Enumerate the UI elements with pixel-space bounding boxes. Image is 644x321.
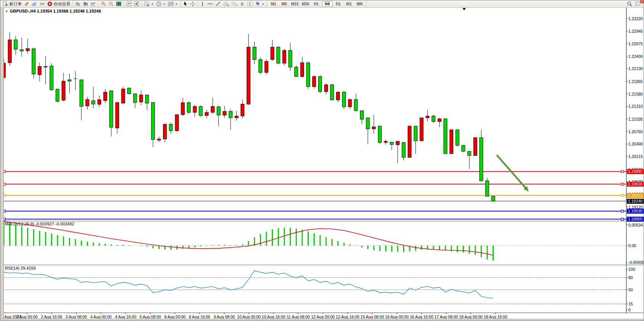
candle-body: [336, 92, 340, 100]
timeframe-w1-button[interactable]: W1: [344, 2, 354, 6]
autotrading-label: 自动交易: [54, 1, 70, 7]
styler-button[interactable]: [23, 1, 30, 7]
signals-button[interactable]: [38, 1, 46, 7]
text-label-icon: T: [247, 1, 253, 6]
window-left-border: [0, 7, 4, 321]
candle-body: [301, 63, 304, 77]
candle-body: [438, 119, 441, 121]
hline-price-label: 1.19030: [627, 209, 644, 214]
timeframe-m5-button[interactable]: M5: [279, 2, 289, 6]
price-axis-label: 1.22675: [628, 42, 644, 46]
candle-body: [247, 47, 250, 104]
zoom-out-button[interactable]: [107, 1, 115, 7]
candle-body: [68, 80, 71, 81]
rsi-line: [4, 271, 493, 298]
chart-window[interactable]: 1.232201.229451.226751.224001.221301.218…: [0, 7, 644, 321]
price-axis-label: 1.21035: [628, 117, 644, 121]
candle-body: [277, 47, 280, 63]
candle-body: [32, 49, 35, 74]
candle-body: [420, 118, 423, 141]
indicators-window-button[interactable]: [125, 1, 133, 7]
dropdown-arrow-icon[interactable]: ▼: [262, 3, 265, 5]
candle-body: [104, 92, 107, 101]
chevron-down-icon[interactable]: ▼: [5, 10, 8, 13]
rsi-axis-label: 50: [628, 287, 644, 292]
tile-windows-button[interactable]: [115, 1, 123, 7]
candle-body: [426, 116, 429, 118]
price-shift-marker-icon: [462, 8, 466, 10]
new-order-label: 新订单: [9, 1, 22, 7]
trendline-button[interactable]: [214, 1, 222, 7]
candle-body: [348, 99, 352, 107]
hline-price-label: 1.18855: [627, 217, 644, 222]
fibonacci-button[interactable]: F: [230, 1, 239, 7]
text-label-button[interactable]: T: [246, 1, 254, 7]
candle-body: [366, 118, 370, 129]
candle-body: [282, 50, 286, 63]
cursor-button[interactable]: [182, 1, 189, 7]
new-order-button[interactable]: 新订单: [2, 1, 23, 7]
candle-body: [44, 66, 47, 67]
chat-button[interactable]: 1: [634, 1, 642, 7]
candle-body: [223, 112, 226, 115]
equidistant-channel-button[interactable]: E: [222, 1, 230, 7]
timeframe-d1-button[interactable]: D1: [333, 2, 343, 6]
templates-button[interactable]: ▼: [167, 1, 179, 7]
timeframe-mn-button[interactable]: MN: [355, 2, 365, 6]
autotrading-button[interactable]: 自动交易: [46, 1, 72, 7]
timeframe-h4-button[interactable]: H4: [322, 1, 333, 7]
dropdown-arrow-icon[interactable]: ▼: [163, 3, 166, 5]
candle-body: [312, 77, 316, 87]
periods-button[interactable]: ▼: [155, 1, 167, 7]
dropdown-arrow-icon[interactable]: ▼: [175, 3, 178, 5]
vertical-line-button[interactable]: [199, 1, 206, 7]
crosshair-button[interactable]: [189, 1, 196, 7]
candle-body: [402, 142, 405, 157]
candle-body: [486, 181, 489, 196]
candle-body: [354, 99, 358, 111]
add-indicator-button[interactable]: ▼: [143, 1, 155, 7]
candle-body: [271, 47, 274, 60]
price-axis-label: 1.21580: [628, 92, 644, 96]
horizontal-line-button[interactable]: [206, 1, 214, 7]
chart-line-button[interactable]: [89, 1, 97, 7]
search-button[interactable]: [626, 1, 634, 7]
price-axis-label: 1.23220: [628, 16, 644, 21]
text-button[interactable]: A: [239, 1, 246, 7]
candle-body: [444, 119, 447, 154]
chart-canvas[interactable]: [0, 7, 644, 321]
price-axis-label: 1.20215: [628, 154, 644, 159]
zoom-in-icon: [101, 1, 106, 6]
zoom-in-button[interactable]: [100, 1, 107, 7]
svg-text:F: F: [236, 4, 237, 6]
notification-badge: 1: [640, 0, 644, 3]
price-axis-label: 1.20760: [628, 129, 644, 134]
candle-body: [462, 145, 465, 152]
community-button[interactable]: [30, 1, 38, 7]
timeframe-h1-button[interactable]: H1: [311, 2, 321, 6]
crosshair-icon: [190, 1, 195, 6]
timeframe-m30-button[interactable]: M30: [301, 2, 311, 6]
rsi-axis-label: 100: [628, 267, 644, 271]
candle-body: [414, 126, 417, 141]
templates-icon: [168, 1, 174, 6]
tile-windows-icon: [116, 1, 121, 6]
dropdown-arrow-icon[interactable]: ▼: [151, 3, 154, 5]
candle-body: [115, 102, 119, 128]
timeframe-m15-button[interactable]: M15: [290, 2, 300, 6]
mt4-window: 新订单自动交易▼▼▼EFAT▼M1M5M15M30H1H4D1W1MN1 1.2…: [0, 0, 644, 321]
toolbar-right: 1: [625, 0, 644, 7]
candle-body: [151, 102, 155, 139]
periods-icon: [156, 1, 161, 6]
chart-candles-button[interactable]: [82, 1, 89, 7]
hline-handle-right: [621, 194, 623, 196]
arrows-button[interactable]: ▼: [254, 1, 266, 7]
candle-body: [241, 104, 244, 116]
chart-candles-icon: [83, 1, 88, 6]
macd-axis-label: 0.005341: [628, 223, 644, 227]
timeframe-m1-button[interactable]: M1: [269, 2, 279, 6]
candle-body: [92, 101, 95, 104]
chart-bars-button[interactable]: [74, 1, 82, 7]
candle-body: [408, 126, 411, 157]
auto-scroll-button[interactable]: [133, 1, 140, 7]
